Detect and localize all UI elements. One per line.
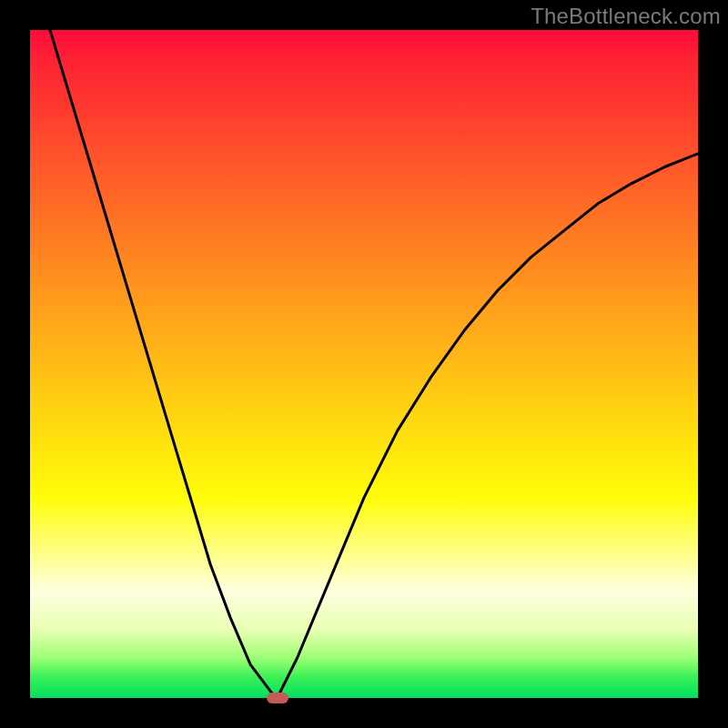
bottleneck-curve [30,30,698,698]
watermark-text: TheBottleneck.com [531,4,721,29]
plot-area [30,30,698,698]
optimum-marker [267,693,288,703]
chart-frame: TheBottleneck.com [0,0,728,728]
